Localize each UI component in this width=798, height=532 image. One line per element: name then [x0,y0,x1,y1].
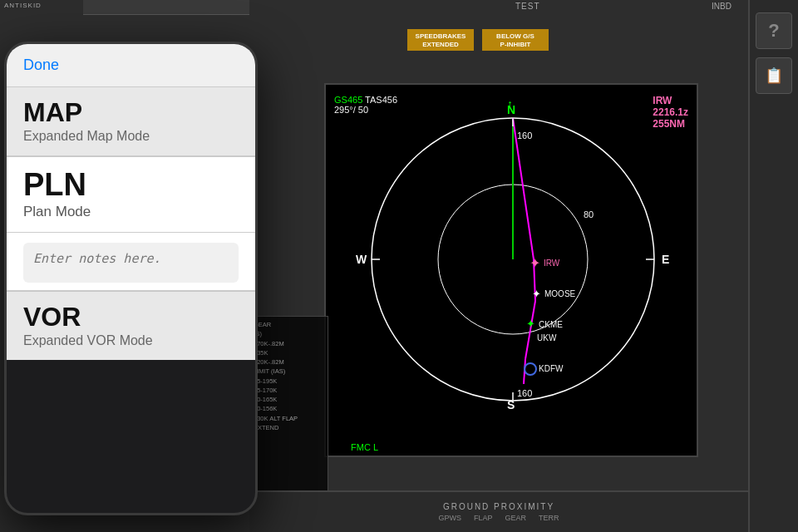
iphone-modal: Done MAP Expanded Map Mode PLN Plan Mode… [4,42,258,515]
svg-text:↑: ↑ [507,97,513,111]
map-title: MAP [23,99,239,126]
bottom-panel: GROUND PROXIMITY GPWS FLAP GEAR TERR [249,490,748,532]
svg-text:IRW: IRW [544,259,560,268]
gear-ref-text: GEAR(S)270K-.82M235K320K-.82MLIMIT (IAS)… [254,320,324,432]
done-button[interactable]: Done [23,57,59,74]
pln-title: PLN [23,169,239,200]
svg-text:KDFW: KDFW [539,364,564,373]
svg-text:✦: ✦ [526,318,535,330]
notebook-button[interactable]: 📋 [756,57,792,94]
notes-section [7,233,255,291]
belowgs-warning: BELOW G/S P-INHIBIT [482,29,549,51]
svg-text:160: 160 [517,131,532,140]
speedbrakes-warning: SPEEDBRAKES EXTENDED [407,29,474,51]
antiskid-label: ANTISKID [4,2,42,9]
test-label: TEST [515,2,540,11]
done-bar: Done [7,44,255,87]
svg-text:80: 80 [584,209,594,219]
svg-text:✦: ✦ [530,256,540,270]
gpws-btn: GPWS [438,514,461,522]
top-knob-area [83,0,249,15]
radar-screen: GS465 TAS456 295°/ 50 IRW 2216.1z 255NM … [326,85,697,456]
compass-svg: N ↑ S E W 160 80 160 ✦ [326,85,697,456]
terr-btn: TERR [539,514,559,522]
question-button[interactable]: ? [756,12,792,49]
gpws-label: GROUND PROXIMITY [438,502,559,511]
right-panel: ? 📋 [748,0,798,532]
nav-display: GS465 TAS456 295°/ 50 IRW 2216.1z 255NM … [324,83,698,457]
svg-text:E: E [662,253,669,266]
svg-text:UKW: UKW [537,333,557,342]
map-subtitle: Expanded Map Mode [23,129,239,144]
vor-section[interactable]: VOR Expanded VOR Mode [7,292,255,360]
pln-subtitle: Plan Mode [23,204,239,220]
vor-title: VOR [23,303,239,330]
svg-text:160: 160 [517,388,532,398]
inbd-label: INBD [712,2,732,11]
svg-text:✦: ✦ [532,288,541,300]
notebook-icon: 📋 [765,66,783,85]
gear-ref-box: GEAR(S)270K-.82M235K320K-.82MLIMIT (IAS)… [249,316,328,499]
svg-point-23 [525,363,536,375]
notes-input[interactable] [23,243,239,283]
svg-line-14 [525,330,530,359]
svg-text:W: W [356,253,367,266]
svg-text:CKME: CKME [539,320,563,329]
vor-subtitle: Expanded VOR Mode [23,333,239,348]
question-icon: ? [768,20,779,42]
svg-text:MOOSE: MOOSE [544,289,576,298]
gpws-buttons: GPWS FLAP GEAR TERR [438,514,559,522]
pln-section[interactable]: PLN Plan Mode [7,157,255,233]
gpws-section: GROUND PROXIMITY GPWS FLAP GEAR TERR [438,502,559,522]
map-section[interactable]: MAP Expanded Map Mode [7,87,255,156]
flap-btn: FLAP [474,514,493,522]
svg-text:S: S [507,398,515,411]
gear-btn: GEAR [505,514,527,522]
svg-text:FMC L: FMC L [351,442,378,452]
